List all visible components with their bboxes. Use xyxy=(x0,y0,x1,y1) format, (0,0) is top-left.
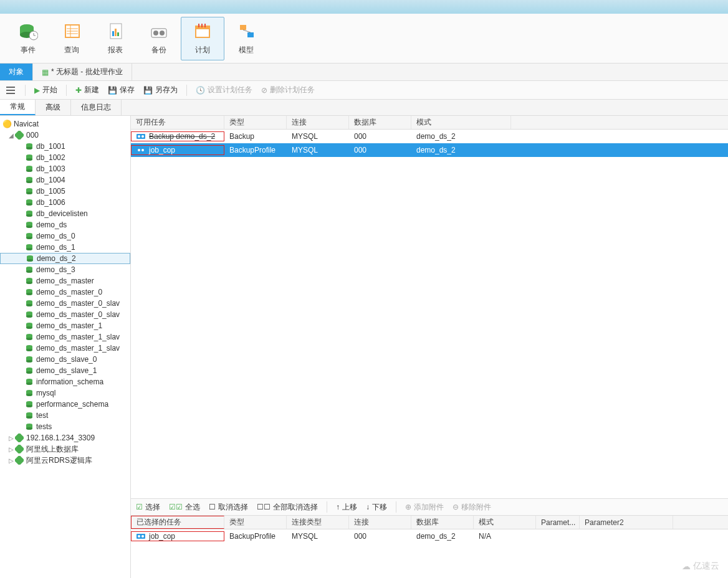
task-icon xyxy=(136,133,146,140)
move-up-button[interactable]: ↑上移 xyxy=(336,502,357,513)
connection-icon xyxy=(15,445,24,453)
tree-db-item[interactable]: db_1004 xyxy=(0,174,130,186)
uncheck-icon: ☐ xyxy=(209,503,216,511)
tree-conn-item[interactable]: ▷192.168.1.234_3309 xyxy=(0,432,130,443)
tree-db-item[interactable]: db_devicelisten xyxy=(0,208,130,219)
svg-point-92 xyxy=(26,394,32,396)
svg-point-71 xyxy=(26,315,32,318)
th-type[interactable]: 类型 xyxy=(224,116,287,129)
svg-point-35 xyxy=(26,181,32,183)
tree-db-item[interactable]: demo_ds_master_1_slav xyxy=(0,331,130,343)
set-schedule-button[interactable]: 🕓设置计划任务 xyxy=(196,85,252,95)
sth-db[interactable]: 数据库 xyxy=(411,516,474,529)
tree-db-item[interactable]: demo_ds_3 xyxy=(0,264,130,275)
database-icon xyxy=(25,220,34,229)
subtab-log[interactable]: 信息日志 xyxy=(71,100,122,115)
deselect-all-button[interactable]: ☐☐全部取消选择 xyxy=(257,502,318,513)
move-down-button[interactable]: ↓下移 xyxy=(366,502,387,513)
tree-db-item[interactable]: db_1006 xyxy=(0,197,130,208)
main-toolbar: 事件 查询 报表 备份 计划 模型 xyxy=(0,14,728,64)
sth-mode[interactable]: 模式 xyxy=(474,516,536,529)
th-mode[interactable]: 模式 xyxy=(411,116,511,129)
tree-db-item[interactable]: test xyxy=(0,410,130,421)
collapse-icon[interactable]: ◢ xyxy=(7,132,15,139)
subtab-advanced[interactable]: 高级 xyxy=(36,100,71,115)
tree-root[interactable]: 🟡Navicat xyxy=(0,118,130,130)
tree-db-item[interactable]: mysql xyxy=(0,387,130,399)
sth-task[interactable]: 已选择的任务 xyxy=(131,516,224,529)
toolbar-schedule[interactable]: 计划 xyxy=(181,17,224,60)
expand-icon[interactable]: ▷ xyxy=(7,457,15,464)
sth-p2[interactable]: Parameter2 xyxy=(580,516,673,529)
menu-icon[interactable] xyxy=(5,87,16,94)
content: 🟡Navicat ◢000 db_1001db_1002db_1003db_10… xyxy=(0,116,728,578)
remove-attachment-button[interactable]: ⊖移除附件 xyxy=(453,502,491,513)
tree-db-item[interactable]: demo_ds_2 xyxy=(0,253,130,264)
sth-type[interactable]: 类型 xyxy=(224,516,287,529)
attach-remove-icon: ⊖ xyxy=(453,503,459,511)
select-button[interactable]: ☑选择 xyxy=(136,502,160,513)
tree-db-item[interactable]: db_1001 xyxy=(0,141,130,152)
tree-db-item[interactable]: db_1003 xyxy=(0,163,130,174)
save-button[interactable]: 💾保存 xyxy=(108,85,135,95)
new-button[interactable]: ✚新建 xyxy=(75,85,99,95)
svg-rect-11 xyxy=(115,29,117,36)
th-db[interactable]: 数据库 xyxy=(349,116,411,129)
table-row[interactable]: job_copBackupProfileMYSQL000demo_ds_2 xyxy=(131,143,728,157)
toolbar-event[interactable]: 事件 xyxy=(6,17,50,60)
tab-batch-job[interactable]: ▦ * 无标题 - 批处理作业 xyxy=(33,64,132,80)
deselect-button[interactable]: ☐取消选择 xyxy=(209,502,248,513)
svg-point-44 xyxy=(26,214,32,217)
tree-db-item[interactable]: demo_ds_0 xyxy=(0,230,130,242)
tree-db-item[interactable]: demo_ds_master_0_slav xyxy=(0,309,130,320)
svg-point-101 xyxy=(26,427,32,430)
toolbar-query[interactable]: 查询 xyxy=(50,17,93,60)
tree-db-item[interactable]: db_1005 xyxy=(0,186,130,197)
tree-db-item[interactable]: demo_ds xyxy=(0,219,130,230)
sth-conn[interactable]: 连接 xyxy=(349,516,411,529)
svg-point-86 xyxy=(26,371,32,374)
tree-db-item[interactable]: demo_ds_master_0 xyxy=(0,287,130,298)
tree-db-item[interactable]: demo_ds_slave_0 xyxy=(0,354,130,365)
expand-icon[interactable]: ▷ xyxy=(7,435,15,442)
svg-point-41 xyxy=(26,203,32,206)
query-icon xyxy=(62,21,82,41)
tree-db-item[interactable]: tests xyxy=(0,421,130,432)
cloud-icon: ☁ xyxy=(682,561,691,571)
database-icon xyxy=(25,333,34,341)
th-task[interactable]: 可用任务 xyxy=(131,116,224,129)
tree-conn-item[interactable]: ▷阿里线上数据库 xyxy=(0,443,130,455)
tab-objects[interactable]: 对象 xyxy=(0,64,33,80)
toolbar-report[interactable]: 报表 xyxy=(93,17,137,60)
start-button[interactable]: ▶开始 xyxy=(34,85,57,95)
subtab-general[interactable]: 常规 xyxy=(0,100,36,115)
toolbar-backup[interactable]: 备份 xyxy=(137,17,181,60)
toolbar-model[interactable]: 模型 xyxy=(224,17,268,60)
delete-schedule-button[interactable]: ⊘删除计划任务 xyxy=(261,85,315,95)
sth-conn-type[interactable]: 连接类型 xyxy=(287,516,349,529)
tree-db-item[interactable]: performance_schema xyxy=(0,399,130,410)
svg-point-50 xyxy=(26,237,32,239)
saveas-button[interactable]: 💾另存为 xyxy=(143,85,178,95)
tree-conn[interactable]: ◢000 xyxy=(0,130,130,141)
sth-p1[interactable]: Paramet... xyxy=(536,516,580,529)
table-row[interactable]: job_copBackupProfileMYSQL000demo_ds_2N/A xyxy=(131,529,728,543)
tree-db-item[interactable]: demo_ds_master xyxy=(0,275,130,287)
database-icon xyxy=(25,277,34,285)
th-conn[interactable]: 连接 xyxy=(287,116,349,129)
database-icon xyxy=(25,265,34,274)
tree-db-item[interactable]: demo_ds_master_1_slav xyxy=(0,343,130,354)
svg-rect-19 xyxy=(201,24,203,27)
tree-db-item[interactable]: demo_ds_1 xyxy=(0,242,130,253)
table-row[interactable]: Backup demo_ds_2BackupMYSQL000demo_ds_2 xyxy=(131,130,728,143)
add-attachment-button[interactable]: ⊕添加附件 xyxy=(405,502,444,513)
tree-db-item[interactable]: information_schema xyxy=(0,376,130,387)
tree-db-item[interactable]: demo_ds_master_0_slav xyxy=(0,298,130,309)
sidebar-tree[interactable]: 🟡Navicat ◢000 db_1001db_1002db_1003db_10… xyxy=(0,116,131,578)
tree-db-item[interactable]: demo_ds_master_1 xyxy=(0,320,130,331)
tree-db-item[interactable]: demo_ds_slave_1 xyxy=(0,365,130,376)
tree-db-item[interactable]: db_1002 xyxy=(0,152,130,163)
select-all-button[interactable]: ☑☑全选 xyxy=(169,502,200,513)
tree-conn-item[interactable]: ▷阿里云RDRS逻辑库 xyxy=(0,455,130,466)
expand-icon[interactable]: ▷ xyxy=(7,446,15,453)
